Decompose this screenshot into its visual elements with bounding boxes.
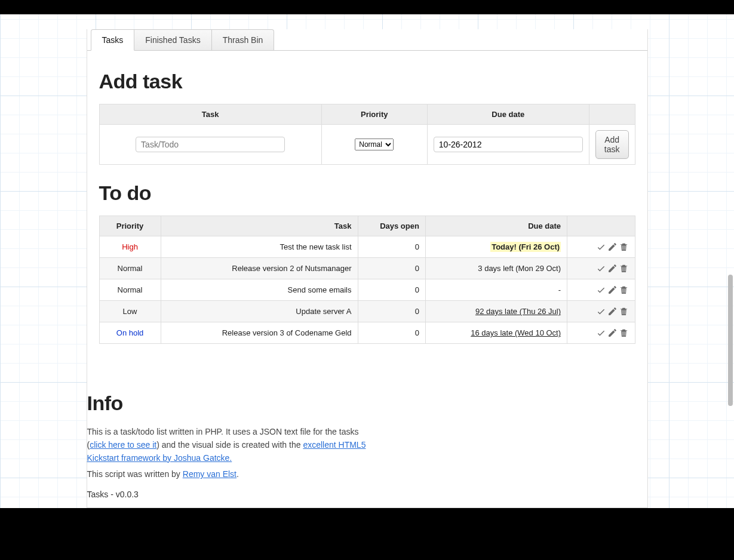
- due-date-input[interactable]: [434, 137, 583, 152]
- cell-due: 16 days late (Wed 10 Oct): [425, 322, 567, 344]
- window-top-bar: [0, 0, 734, 14]
- priority-select[interactable]: Normal: [355, 139, 394, 150]
- col-action: [589, 104, 635, 125]
- cell-task: Release version 2 of Nutsmanager: [161, 258, 358, 279]
- cell-days-open: 0: [358, 279, 425, 301]
- tab-tasks[interactable]: Tasks: [91, 29, 135, 51]
- todo-heading: To do: [99, 181, 635, 205]
- table-row: LowUpdate server A092 days late (Thu 26 …: [99, 301, 635, 322]
- cell-task: Update server A: [161, 301, 358, 322]
- th-days-open: Days open: [358, 216, 425, 236]
- table-row: NormalSend some emails0-: [99, 279, 635, 301]
- info-heading: Info: [87, 392, 647, 415]
- col-due: Due date: [427, 104, 589, 125]
- edit-icon[interactable]: [607, 306, 618, 316]
- scrollbar-thumb[interactable]: [728, 275, 733, 406]
- col-task: Task: [99, 104, 321, 125]
- cell-actions: [567, 301, 635, 322]
- th-actions: [567, 216, 635, 236]
- info-paragraph-2: This script was written by Remy van Elst…: [87, 468, 374, 481]
- trash-icon[interactable]: [619, 328, 629, 338]
- cell-actions: [567, 279, 635, 301]
- task-input[interactable]: [136, 137, 285, 152]
- cell-actions: [567, 236, 635, 258]
- cell-days-open: 0: [358, 301, 425, 322]
- add-task-heading: Add task: [99, 70, 635, 93]
- cell-days-open: 0: [358, 258, 425, 279]
- th-due: Due date: [425, 216, 567, 236]
- cell-task: Send some emails: [161, 279, 358, 301]
- cell-priority: Low: [99, 301, 161, 322]
- check-icon[interactable]: [596, 306, 606, 316]
- trash-icon[interactable]: [619, 306, 629, 316]
- cell-priority: Normal: [99, 279, 161, 301]
- info-paragraph-1: This is a task/todo list written in PHP.…: [87, 426, 374, 464]
- cell-priority: High: [99, 236, 161, 258]
- cell-days-open: 0: [358, 322, 425, 344]
- th-task: Task: [161, 216, 358, 236]
- edit-icon[interactable]: [607, 285, 618, 295]
- cell-days-open: 0: [358, 236, 425, 258]
- cell-task: Test the new task list: [161, 236, 358, 258]
- edit-icon[interactable]: [607, 263, 618, 273]
- check-icon[interactable]: [596, 328, 606, 338]
- todo-table: Priority Task Days open Due date HighTes…: [99, 216, 635, 344]
- trash-icon[interactable]: [619, 242, 629, 252]
- add-task-button[interactable]: Add task: [595, 130, 629, 159]
- cell-due: -: [425, 279, 567, 301]
- th-priority: Priority: [99, 216, 161, 236]
- cell-actions: [567, 322, 635, 344]
- link-json-file[interactable]: click here to see it: [90, 440, 156, 450]
- cell-priority: On hold: [99, 322, 161, 344]
- app-version: Tasks - v0.0.3: [87, 490, 647, 499]
- edit-icon[interactable]: [607, 328, 618, 338]
- cell-due: Today! (Fri 26 Oct): [425, 236, 567, 258]
- cell-task: Release version 3 of Codename Geld: [161, 322, 358, 344]
- check-icon[interactable]: [596, 242, 606, 252]
- tab-finished-tasks[interactable]: Finished Tasks: [134, 29, 211, 51]
- check-icon[interactable]: [596, 263, 606, 273]
- link-author[interactable]: Remy van Elst: [183, 469, 237, 479]
- tabs: TasksFinished TasksThrash Bin: [87, 29, 647, 51]
- trash-icon[interactable]: [619, 285, 629, 295]
- tab-thrash-bin[interactable]: Thrash Bin: [212, 29, 275, 51]
- cell-due: 3 days left (Mon 29 Oct): [425, 258, 567, 279]
- window-bottom-bar: [0, 508, 734, 515]
- edit-icon[interactable]: [607, 242, 618, 252]
- cell-priority: Normal: [99, 258, 161, 279]
- table-row: On holdRelease version 3 of Codename Gel…: [99, 322, 635, 344]
- main-panel: TasksFinished TasksThrash Bin Add task T…: [87, 29, 648, 508]
- add-task-table: Task Priority Due date Normal Ad: [99, 104, 635, 165]
- table-row: NormalRelease version 2 of Nutsmanager03…: [99, 258, 635, 279]
- cell-due: 92 days late (Thu 26 Jul): [425, 301, 567, 322]
- trash-icon[interactable]: [619, 263, 629, 273]
- col-priority: Priority: [321, 104, 427, 125]
- table-row: HighTest the new task list0Today! (Fri 2…: [99, 236, 635, 258]
- cell-actions: [567, 258, 635, 279]
- check-icon[interactable]: [596, 285, 606, 295]
